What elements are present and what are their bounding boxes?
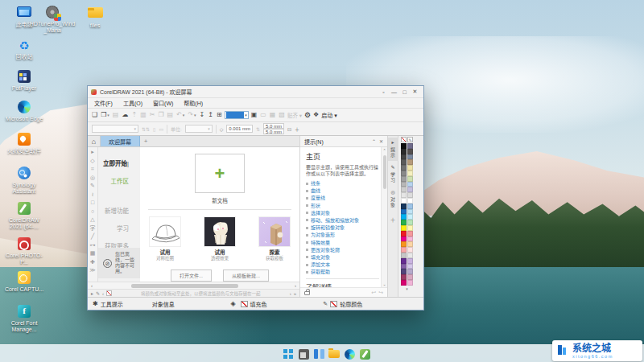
desktop-icon-synology[interactable]: Synology Assistant [3, 166, 45, 195]
back-icon[interactable]: ↩ [371, 290, 376, 296]
palette-swatch[interactable] [401, 231, 407, 237]
palette-swatch[interactable] [401, 225, 407, 231]
sample-card-cupcake[interactable]: 试用 透视效果 [203, 216, 237, 261]
close-button[interactable]: ✕ [410, 88, 420, 95]
sample-card-cap[interactable]: 试用 对称绘图 [148, 216, 182, 261]
palette-swatch[interactable] [407, 143, 413, 149]
toolbox-icon[interactable]: 字 [90, 225, 96, 232]
new-document-icon[interactable]: ❏ [92, 111, 97, 119]
hint-link[interactable]: 填充对象 [306, 255, 379, 260]
palette-swatch[interactable] [401, 280, 407, 286]
palette-swatch[interactable] [401, 149, 407, 154]
palette-swatch[interactable] [401, 269, 407, 274]
more-icon[interactable]: » [294, 291, 296, 296]
menu-item[interactable]: 工具(O) [123, 99, 142, 107]
palette-swatch[interactable] [407, 149, 413, 154]
export-icon[interactable]: ↥ [208, 111, 213, 119]
palette-swatch[interactable] [407, 187, 413, 192]
scroll-right-icon[interactable]: › [290, 291, 291, 296]
cut-icon[interactable]: ✂ [150, 111, 155, 119]
toolbox-icon[interactable]: ✚ [90, 259, 95, 265]
palette-swatch[interactable] [401, 182, 407, 187]
menu-item[interactable]: 帮助(H) [184, 99, 203, 107]
palette-swatch[interactable] [407, 192, 413, 198]
palette-swatch[interactable] [407, 159, 413, 165]
show-grid-icon[interactable]: ▦ [270, 111, 276, 119]
palette-swatch[interactable] [401, 214, 407, 220]
toolbox-icon[interactable]: □ [91, 200, 94, 206]
paste-icon[interactable]: ▤ [167, 111, 174, 119]
palette-scroll-icon[interactable]: ▾ [406, 286, 408, 291]
scroll-left-icon[interactable]: ‹ [88, 283, 96, 288]
zoom-level-combobox[interactable]: ▾ [225, 111, 249, 119]
toolbox-icon[interactable]: ⊶ [90, 242, 96, 249]
horizontal-scrollbar[interactable]: ‹ › [88, 282, 299, 289]
desktop-icon-capture[interactable]: Corel CAPTU... [3, 270, 45, 293]
new-tab-button[interactable]: + [140, 136, 151, 146]
desktop-icon-photopaint[interactable]: Corel PHOTO-P... [3, 237, 45, 265]
welcome-nav-item[interactable]: 立即开始 [98, 158, 140, 167]
landscape-button[interactable]: ▭ [159, 126, 163, 132]
desktop-icon-edge[interactable]: Microsoft Edge [3, 100, 45, 122]
palette-swatch[interactable] [407, 237, 413, 242]
palette-swatch[interactable] [401, 165, 407, 171]
palette-swatch[interactable] [407, 258, 413, 264]
palette-swatch[interactable] [407, 274, 413, 280]
palette-swatch[interactable] [407, 220, 413, 225]
eyedropper-icon[interactable]: ✎ [96, 290, 100, 296]
palette-swatch[interactable] [407, 269, 413, 274]
outline-color-swatch[interactable] [330, 301, 337, 307]
no-color-swatch[interactable] [401, 137, 407, 142]
palette-swatch[interactable] [401, 220, 407, 225]
hint-link[interactable]: 曲线 [306, 188, 379, 193]
hint-link[interactable]: 线条 [306, 181, 379, 186]
tab-welcome-screen[interactable]: 欢迎屏幕 [101, 136, 140, 146]
toolbox-icon[interactable]: ≀ [92, 191, 94, 198]
duplicate-y-field[interactable]: 5.0 mm [263, 129, 284, 134]
open-file-button[interactable]: 打开文件... [171, 269, 212, 282]
toolbox-icon[interactable]: ╱ [91, 233, 94, 240]
palette-swatch[interactable] [407, 264, 413, 269]
hint-link[interactable]: 移动、缩放和缩放对象 [306, 218, 379, 223]
palette-swatch[interactable] [401, 192, 407, 198]
no-color-swatch[interactable] [106, 290, 112, 296]
desktop-icon-fontmanager[interactable]: f Corel Font Manage... [3, 304, 45, 333]
toolbox-icon[interactable]: ○ [91, 208, 94, 215]
hint-link[interactable]: 获取帮助 [306, 269, 379, 274]
open-icon[interactable]: ❒▾ [101, 111, 109, 119]
palette-swatch[interactable] [401, 258, 407, 264]
share-icon[interactable]: ⇡ [131, 111, 137, 119]
publish-pdf-icon[interactable]: ⊞ [217, 111, 222, 119]
desktop-icon-recycle-bin[interactable]: ♻ 回收站 [3, 39, 45, 60]
lock-icon[interactable] [304, 291, 310, 295]
toolbox-icon[interactable]: ≫ [89, 267, 95, 274]
page-size-combobox[interactable]: ▾ [92, 125, 138, 133]
desktop-icon-potplayer[interactable]: PotPlayer [3, 69, 45, 92]
palette-swatch[interactable] [407, 165, 413, 171]
desktop-icon-hdtune[interactable]: HDTunePro_Wind_Mana [29, 5, 76, 34]
hint-link[interactable]: 旋转和镜像对象 [306, 225, 379, 230]
scrollbar-thumb[interactable] [131, 284, 239, 288]
window-extra-icon[interactable]: ▫ [378, 89, 389, 95]
nudge-spinner[interactable]: ⇅ [256, 126, 260, 132]
hint-link[interactable]: 形状 [306, 204, 379, 208]
save-icon[interactable]: ▤ [113, 111, 119, 119]
desktop-icon-coreldraw[interactable]: CorelDRAW 2021 (64-... [3, 201, 45, 230]
undo-icon[interactable]: ↶▾ [176, 111, 184, 119]
add-docker-icon[interactable]: ＋ [390, 216, 396, 224]
palette-swatch[interactable] [401, 171, 407, 176]
palette-swatch[interactable] [401, 187, 407, 192]
color-picker-icon[interactable]: ✎ [407, 137, 413, 142]
palette-swatch[interactable] [401, 253, 407, 258]
scrollbar-thumb[interactable] [383, 155, 386, 189]
palette-swatch[interactable] [407, 214, 413, 220]
palette-swatch[interactable] [401, 241, 407, 247]
forward-icon[interactable]: ↪ [378, 290, 383, 296]
minimize-button[interactable]: — [389, 89, 399, 95]
expand-icon[interactable]: ▸ [91, 290, 93, 296]
palette-swatch[interactable] [407, 204, 413, 209]
show-guidelines-icon[interactable]: ▧ [279, 111, 285, 119]
toolbox-icon[interactable]: ◎ [90, 175, 95, 181]
palette-swatch[interactable] [401, 237, 407, 242]
desktop-icon-files[interactable]: files [74, 5, 116, 29]
